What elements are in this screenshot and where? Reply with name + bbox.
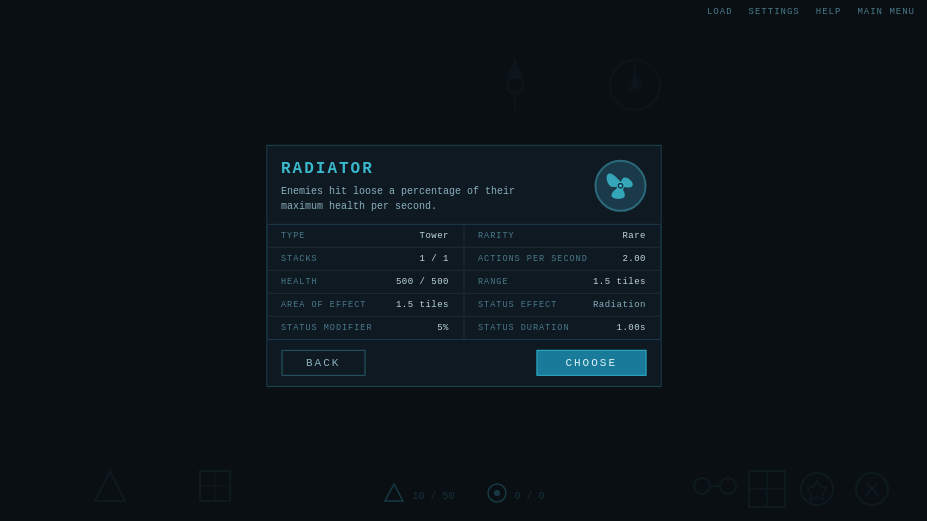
stat-status-effect-label: STATUS EFFECT: [478, 299, 557, 309]
stat-range-label: RANGE: [478, 276, 509, 286]
stat-status-duration: STATUS DURATION 1.00s: [464, 316, 660, 338]
stat-aps-label: ACTIONS PER SECOND: [478, 253, 588, 263]
radiation-icon: [602, 167, 638, 203]
svg-point-21: [494, 490, 500, 496]
stat-rarity-label: RARITY: [478, 230, 515, 240]
stat-health-label: HEALTH: [281, 276, 318, 286]
stat-status-effect-value: Radiation: [593, 299, 646, 309]
stat-health: HEALTH 500 / 500: [267, 270, 464, 292]
top-bar-help[interactable]: HELP: [816, 7, 842, 17]
modal-title-block: RADIATOR Enemies hit loose a percentage …: [281, 159, 584, 213]
modal-description: Enemies hit loose a percentage of their …: [281, 183, 561, 213]
stat-type-value: Tower: [419, 230, 449, 240]
svg-marker-19: [385, 484, 403, 501]
bottom-icon-2: [485, 481, 509, 512]
stat-stacks-label: STACKS: [281, 253, 318, 263]
bottom-counter-2: 0 / 0: [515, 491, 545, 502]
stat-stacks-value: 1 / 1: [419, 253, 449, 263]
stat-status-modifier-value: 5%: [437, 322, 449, 332]
modal-stats: TYPE Tower RARITY Rare STACKS 1 / 1 ACTI…: [267, 224, 660, 338]
stat-actions-per-second: ACTIONS PER SECOND 2.00: [464, 247, 660, 269]
stat-aoe-value: 1.5 tiles: [396, 299, 449, 309]
stat-range: RANGE 1.5 tiles: [464, 270, 660, 292]
top-bar: LOAD SETTINGS HELP MAIN MENU: [707, 0, 927, 24]
modal-dialog: RADIATOR Enemies hit loose a percentage …: [266, 144, 661, 386]
top-bar-load[interactable]: LOAD: [707, 7, 733, 17]
stat-status-modifier: STATUS MODIFIER 5%: [267, 316, 464, 338]
stats-row-3: HEALTH 500 / 500 RANGE 1.5 tiles: [267, 270, 660, 293]
stat-rarity-value: Rare: [622, 230, 646, 240]
stat-status-duration-label: STATUS DURATION: [478, 322, 570, 332]
stat-status-effect: STATUS EFFECT Radiation: [464, 293, 660, 315]
stats-row-2: STACKS 1 / 1 ACTIONS PER SECOND 2.00: [267, 247, 660, 270]
stat-type-label: TYPE: [281, 230, 305, 240]
stat-stacks: STACKS 1 / 1: [267, 247, 464, 269]
stat-type: TYPE Tower: [267, 224, 464, 246]
top-bar-settings[interactable]: SETTINGS: [749, 7, 800, 17]
modal-header: RADIATOR Enemies hit loose a percentage …: [267, 145, 660, 224]
bottom-icon-1: [382, 481, 406, 512]
stat-aoe-label: AREA OF EFFECT: [281, 299, 366, 309]
stat-health-value: 500 / 500: [396, 276, 449, 286]
stat-aoe: AREA OF EFFECT 1.5 tiles: [267, 293, 464, 315]
stats-row-4: AREA OF EFFECT 1.5 tiles STATUS EFFECT R…: [267, 293, 660, 316]
modal-title: RADIATOR: [281, 159, 584, 177]
stat-rarity: RARITY Rare: [464, 224, 660, 246]
stat-status-duration-value: 1.00s: [616, 322, 646, 332]
choose-button[interactable]: CHOOSE: [536, 349, 646, 375]
stats-row-5: STATUS MODIFIER 5% STATUS DURATION 1.00s: [267, 316, 660, 338]
stat-aps-value: 2.00: [622, 253, 646, 263]
back-button[interactable]: BACK: [281, 349, 365, 375]
bottom-bar: 10 / 50 0 / 0: [0, 471, 927, 521]
top-bar-main-menu[interactable]: MAIN MENU: [857, 7, 915, 17]
svg-point-18: [619, 184, 622, 187]
stat-status-modifier-label: STATUS MODIFIER: [281, 322, 373, 332]
bottom-counter-1: 10 / 50: [412, 491, 454, 502]
modal-icon: [594, 159, 646, 211]
stat-range-value: 1.5 tiles: [593, 276, 646, 286]
modal-buttons: BACK CHOOSE: [267, 338, 660, 385]
stats-row-1: TYPE Tower RARITY Rare: [267, 224, 660, 247]
